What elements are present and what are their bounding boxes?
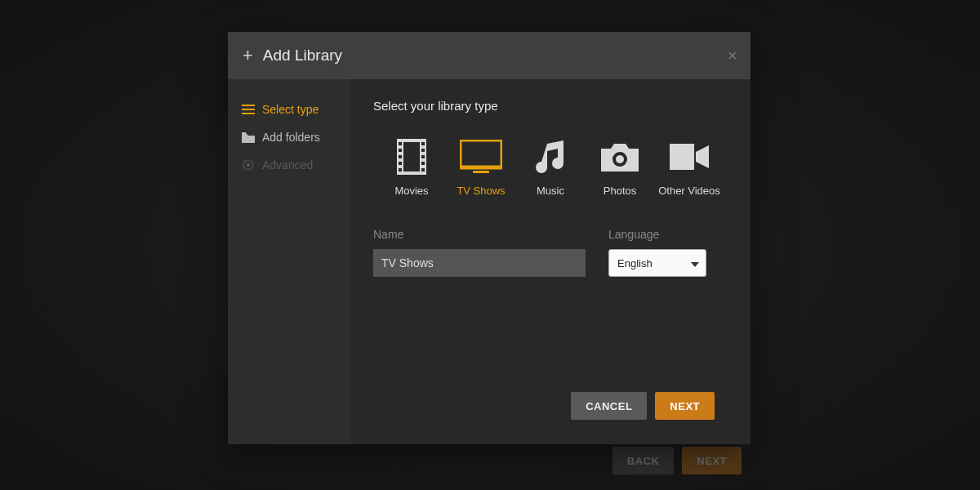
film-icon (397, 137, 426, 176)
content-heading: Select your library type (373, 99, 728, 113)
svg-rect-13 (421, 149, 425, 152)
svg-rect-16 (421, 168, 425, 172)
name-label: Name (373, 228, 586, 241)
list-icon (241, 104, 256, 115)
modal-title: Add Library (263, 47, 342, 65)
svg-rect-11 (399, 168, 402, 172)
sidebar-item-select-type[interactable]: Select type (228, 96, 350, 123)
sidebar-item-add-folders[interactable]: Add folders (228, 123, 350, 151)
modal-content: Select your library type Movies TV Shows (350, 79, 751, 444)
add-library-modal: + Add Library ✕ Select type Add folders (228, 32, 751, 444)
background-wizard-buttons: BACK NEXT (612, 447, 742, 474)
sidebar-item-label: Advanced (262, 158, 313, 172)
svg-rect-10 (399, 162, 402, 165)
next-button[interactable]: NEXT (655, 392, 715, 420)
svg-rect-12 (421, 142, 425, 145)
language-select[interactable]: English (608, 249, 706, 277)
type-label: TV Shows (457, 185, 505, 197)
chevron-down-icon (691, 257, 699, 270)
form-row: Name Language English (373, 228, 728, 277)
language-value: English (617, 257, 653, 270)
svg-rect-9 (399, 155, 402, 158)
type-tv-shows[interactable]: TV Shows (448, 137, 514, 197)
svg-rect-8 (399, 149, 402, 152)
bg-back-button: BACK (612, 447, 675, 474)
type-movies[interactable]: Movies (378, 137, 445, 197)
svg-rect-14 (421, 155, 425, 158)
camera-icon (601, 137, 639, 176)
gear-icon (241, 159, 256, 171)
sidebar-item-label: Select type (262, 103, 318, 116)
type-label: Photos (604, 185, 636, 197)
svg-rect-17 (460, 140, 502, 167)
tv-icon (460, 137, 502, 176)
svg-rect-7 (399, 142, 402, 145)
svg-rect-15 (421, 162, 425, 165)
library-type-row: Movies TV Shows Music (373, 137, 728, 197)
svg-rect-21 (670, 144, 694, 170)
type-other-videos[interactable]: Other Videos (656, 137, 723, 197)
modal-footer: CANCEL NEXT (373, 382, 728, 430)
svg-rect-6 (403, 142, 420, 172)
cancel-button[interactable]: CANCEL (571, 392, 647, 420)
sidebar-item-label: Add folders (262, 131, 320, 144)
folder-icon (241, 132, 256, 143)
language-label: Language (608, 228, 706, 241)
type-label: Music (537, 185, 564, 197)
sidebar-item-advanced: Advanced (228, 151, 350, 179)
close-icon[interactable]: ✕ (727, 48, 737, 64)
type-music[interactable]: Music (517, 137, 584, 197)
language-field-group: Language English (608, 228, 706, 277)
music-icon (536, 137, 565, 176)
name-input[interactable] (373, 249, 586, 277)
svg-point-4 (247, 163, 250, 167)
type-photos[interactable]: Photos (586, 137, 653, 197)
wizard-sidebar: Select type Add folders Advanced (228, 79, 350, 444)
svg-point-20 (616, 155, 624, 163)
modal-header: + Add Library ✕ (228, 32, 751, 79)
type-label: Movies (394, 185, 428, 197)
bg-next-button: NEXT (682, 447, 742, 474)
name-field-group: Name (373, 228, 586, 277)
video-icon (670, 137, 709, 176)
plus-icon: + (243, 45, 253, 66)
type-label: Other Videos (658, 185, 720, 197)
svg-rect-18 (473, 171, 489, 173)
modal-body: Select type Add folders Advanced Select … (228, 79, 751, 444)
